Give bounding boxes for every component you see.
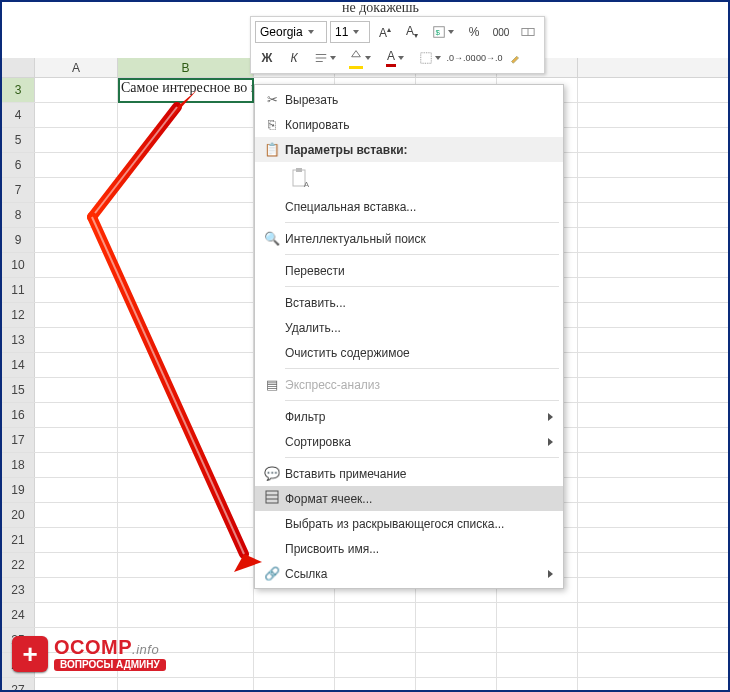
- row-header[interactable]: 13: [2, 328, 35, 352]
- menu-translate[interactable]: Перевести: [255, 258, 563, 283]
- brush-icon: [508, 51, 522, 65]
- row-header[interactable]: 22: [2, 553, 35, 577]
- context-menu: ✂ Вырезать ⎘ Копировать 📋 Параметры вста…: [254, 84, 564, 589]
- svg-rect-7: [421, 53, 432, 64]
- menu-pick-from-list[interactable]: Выбрать из раскрывающегося списка...: [255, 511, 563, 536]
- menu-clear-contents[interactable]: Очистить содержимое: [255, 340, 563, 365]
- logo-main-text: OCOMP.info: [54, 637, 166, 657]
- decrease-decimal-button[interactable]: .00→.0: [476, 47, 500, 69]
- menu-format-cells[interactable]: Формат ячеек...: [255, 486, 563, 511]
- svg-rect-10: [266, 491, 278, 503]
- font-color-button[interactable]: A: [379, 47, 411, 69]
- decrease-font-button[interactable]: A▾: [400, 21, 424, 43]
- borders-button[interactable]: [414, 47, 446, 69]
- menu-define-name[interactable]: Присвоить имя...: [255, 536, 563, 561]
- watermark-logo: + OCOMP.info ВОПРОСЫ АДМИНУ: [12, 636, 166, 672]
- menu-paste-options-header: 📋 Параметры вставки:: [255, 137, 563, 162]
- align-button[interactable]: [309, 47, 341, 69]
- link-icon: 🔗: [259, 566, 285, 581]
- row-header[interactable]: 21: [2, 528, 35, 552]
- increase-decimal-button[interactable]: .0→.00: [449, 47, 473, 69]
- font-size-value: 11: [335, 25, 348, 39]
- italic-button[interactable]: К: [282, 47, 306, 69]
- format-cells-icon: [259, 490, 285, 507]
- row-header[interactable]: 20: [2, 503, 35, 527]
- menu-cut[interactable]: ✂ Вырезать: [255, 87, 563, 112]
- fill-color-button[interactable]: [344, 47, 376, 69]
- font-size-select[interactable]: 11: [330, 21, 370, 43]
- row-header[interactable]: 12: [2, 303, 35, 327]
- col-header-B[interactable]: B: [118, 58, 254, 77]
- menu-delete[interactable]: Удалить...: [255, 315, 563, 340]
- paste-options-row: A: [255, 162, 563, 194]
- row-header[interactable]: 10: [2, 253, 35, 277]
- menu-quick-analysis: ▤ Экспресс-анализ: [255, 372, 563, 397]
- bold-button[interactable]: Ж: [255, 47, 279, 69]
- font-color-icon: A: [386, 49, 396, 67]
- chevron-right-icon: [548, 413, 553, 421]
- menu-hyperlink[interactable]: 🔗 Ссылка: [255, 561, 563, 586]
- svg-text:$: $: [436, 28, 441, 37]
- chevron-right-icon: [548, 438, 553, 446]
- row-header[interactable]: 15: [2, 378, 35, 402]
- row-header[interactable]: 7: [2, 178, 35, 202]
- truncated-text-above: не докажешь: [342, 0, 419, 16]
- decrease-decimal-icon: .00→.0: [473, 53, 502, 63]
- separator: [285, 457, 559, 458]
- row-header[interactable]: 16: [2, 403, 35, 427]
- row-header[interactable]: 27: [2, 678, 35, 692]
- row-header[interactable]: 17: [2, 428, 35, 452]
- menu-copy[interactable]: ⎘ Копировать: [255, 112, 563, 137]
- bold-icon: Ж: [262, 51, 273, 65]
- format-painter-button[interactable]: [516, 21, 540, 43]
- chevron-down-icon: [353, 30, 359, 34]
- separator: [285, 254, 559, 255]
- merge-icon: [521, 25, 535, 39]
- chevron-down-icon: [398, 56, 404, 60]
- chevron-down-icon: [365, 56, 371, 60]
- row-header[interactable]: 3: [2, 78, 35, 102]
- italic-icon: К: [290, 51, 297, 65]
- quick-analysis-icon: ▤: [259, 377, 285, 392]
- row-header[interactable]: 19: [2, 478, 35, 502]
- chevron-down-icon: [330, 56, 336, 60]
- font-name-select[interactable]: Georgia: [255, 21, 327, 43]
- row-header[interactable]: 18: [2, 453, 35, 477]
- paste-keep-source-button[interactable]: A: [285, 165, 313, 191]
- row-header[interactable]: 24: [2, 603, 35, 627]
- row-header[interactable]: 14: [2, 353, 35, 377]
- menu-smart-lookup[interactable]: 🔍 Интеллектуальный поиск: [255, 226, 563, 251]
- percent-button[interactable]: %: [462, 21, 486, 43]
- row-header[interactable]: 8: [2, 203, 35, 227]
- chevron-down-icon: [308, 30, 314, 34]
- menu-sort[interactable]: Сортировка: [255, 429, 563, 454]
- chevron-down-icon: [435, 56, 441, 60]
- clipboard-icon: 📋: [259, 142, 285, 157]
- menu-paste-special[interactable]: Специальная вставка...: [255, 194, 563, 219]
- accounting-format-button[interactable]: $: [427, 21, 459, 43]
- separator: [285, 286, 559, 287]
- comma-style-button[interactable]: 000: [489, 21, 513, 43]
- align-icon: [314, 51, 328, 65]
- menu-filter[interactable]: Фильтр: [255, 404, 563, 429]
- row-header[interactable]: 5: [2, 128, 35, 152]
- row-header[interactable]: 23: [2, 578, 35, 602]
- menu-insert-comment[interactable]: 💬 Вставить примечание: [255, 461, 563, 486]
- chevron-down-icon: [448, 30, 454, 34]
- magnifier-icon: 🔍: [259, 231, 285, 246]
- menu-insert[interactable]: Вставить...: [255, 290, 563, 315]
- logo-subtitle: ВОПРОСЫ АДМИНУ: [54, 659, 166, 671]
- row-header[interactable]: 11: [2, 278, 35, 302]
- col-header-A[interactable]: A: [35, 58, 118, 77]
- increase-font-button[interactable]: A▴: [373, 21, 397, 43]
- row-header[interactable]: 9: [2, 228, 35, 252]
- row-header[interactable]: 6: [2, 153, 35, 177]
- mini-toolbar: Georgia 11 A▴ A▾ $ % 000 Ж К A: [250, 16, 545, 74]
- copy-icon: ⎘: [259, 117, 285, 132]
- font-name-value: Georgia: [260, 25, 303, 39]
- format-painter-button[interactable]: [503, 47, 527, 69]
- separator: [285, 222, 559, 223]
- select-all-corner[interactable]: [2, 58, 35, 77]
- row-header[interactable]: 4: [2, 103, 35, 127]
- separator: [285, 368, 559, 369]
